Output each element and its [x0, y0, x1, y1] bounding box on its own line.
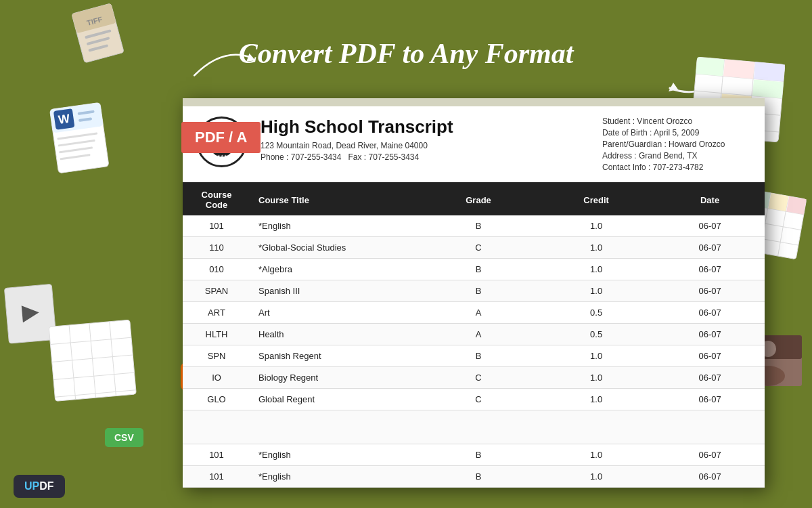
grid-file-bottom-left	[47, 318, 142, 407]
cell-title: *English	[250, 466, 420, 488]
table-spacer-row	[183, 410, 765, 444]
svg-line-43	[52, 355, 133, 362]
cell-code: 101	[183, 215, 250, 237]
table-row: 101 *English B 1.0 06-07	[183, 215, 765, 237]
svg-rect-29	[752, 80, 784, 99]
cell-title: *English	[250, 215, 420, 237]
cell-date: 06-07	[655, 389, 765, 410]
cell-grade: B	[420, 444, 537, 466]
video-file-icon	[3, 282, 62, 348]
svg-rect-41	[49, 320, 136, 401]
cell-title: Biology Regent	[250, 367, 420, 389]
svg-text:W: W	[58, 112, 71, 127]
cell-code: HLTH	[183, 324, 250, 345]
table-row: SPAN Spanish III B 1.0 06-07	[183, 280, 765, 302]
svg-line-42	[50, 337, 131, 344]
svg-rect-12	[77, 110, 94, 115]
cell-grade: C	[420, 237, 537, 259]
doc-phone-fax: Phone : 707-255-3434 Fax : 707-255-3434	[261, 152, 589, 162]
table-row: IO Biology Regent C 1.0 06-07	[183, 367, 765, 389]
svg-marker-40	[22, 304, 40, 322]
cell-grade: B	[420, 280, 537, 302]
cell-code: GLO	[183, 389, 250, 410]
cell-credit: 1.0	[537, 444, 655, 466]
cell-grade: C	[420, 389, 537, 410]
cell-grade: A	[420, 324, 537, 345]
cell-grade: A	[420, 302, 537, 324]
cell-grade: B	[420, 466, 537, 488]
svg-rect-10	[53, 108, 75, 130]
table-row: SPN Spanish Regent B 1.0 06-07	[183, 345, 765, 367]
table-row: 010 *Algebra B 1.0 06-07	[183, 259, 765, 280]
cell-date: 06-07	[655, 444, 765, 466]
cell-code: 101	[183, 466, 250, 488]
cell-date: 06-07	[655, 324, 765, 345]
cell-title: Health	[250, 324, 420, 345]
cell-code: ART	[183, 302, 250, 324]
cell-code: 010	[183, 259, 250, 280]
col-header-code: Course Code	[183, 184, 250, 215]
cell-grade: C	[420, 367, 537, 389]
cell-code: SPAN	[183, 280, 250, 302]
cell-date: 06-07	[655, 215, 765, 237]
svg-rect-3	[72, 3, 116, 34]
col-header-title: Course Title	[250, 184, 420, 215]
cell-credit: 1.0	[537, 389, 655, 410]
cell-date: 06-07	[655, 237, 765, 259]
svg-text:TIFF: TIFF	[86, 15, 104, 27]
svg-line-44	[53, 373, 135, 379]
svg-line-47	[89, 323, 96, 398]
svg-rect-38	[786, 196, 807, 215]
col-header-grade: Grade	[420, 184, 537, 215]
cell-grade: B	[420, 215, 537, 237]
svg-rect-9	[49, 102, 103, 133]
cell-credit: 1.0	[537, 345, 655, 367]
pdf-badge: PDF / A	[181, 122, 261, 153]
doc-student-info: Student : Vincent Orozco Date of Birth :…	[602, 117, 751, 172]
table-header-row: Course Code Course Title Grade Credit Da…	[183, 184, 765, 215]
svg-rect-16	[59, 146, 93, 153]
cell-code: 110	[183, 237, 250, 259]
svg-line-35	[778, 196, 789, 256]
cell-title: *English	[250, 444, 420, 466]
svg-line-45	[55, 390, 136, 397]
table-row: 110 *Global-Social Studies C 1.0 06-07	[183, 237, 765, 259]
svg-marker-1	[669, 83, 678, 91]
svg-rect-8	[49, 102, 108, 173]
svg-rect-39	[4, 284, 56, 343]
document-container: ★ ★ ★ High School Transcript 123 Mountai…	[183, 98, 765, 488]
cell-code: 101	[183, 444, 250, 466]
table-row: GLO Global Regent C 1.0 06-07	[183, 389, 765, 410]
doc-header: ★ ★ ★ High School Transcript 123 Mountai…	[183, 106, 765, 184]
svg-line-20	[694, 91, 782, 98]
cell-date: 06-07	[655, 302, 765, 324]
cell-credit: 1.0	[537, 466, 655, 488]
svg-text:★ ★ ★: ★ ★ ★	[217, 154, 227, 158]
student-contact: Contact Info : 707-273-4782	[602, 163, 751, 172]
cell-code: IO	[183, 367, 250, 389]
svg-line-46	[69, 325, 76, 400]
transcript-table: Course Code Course Title Grade Credit Da…	[183, 184, 765, 488]
table-row: 101 *English B 1.0 06-07	[183, 466, 765, 488]
col-header-date: Date	[655, 184, 765, 215]
col-header-credit: Credit	[537, 184, 655, 215]
student-name: Student : Vincent Orozco	[602, 117, 751, 126]
svg-rect-13	[78, 117, 92, 122]
cell-title: Spanish III	[250, 280, 420, 302]
svg-rect-15	[58, 140, 95, 147]
cell-credit: 0.5	[537, 324, 655, 345]
cell-credit: 1.0	[537, 259, 655, 280]
cell-title: *Algebra	[250, 259, 420, 280]
doc-title-section: High School Transcript 123 Mountain Road…	[261, 117, 589, 172]
cell-title: Spanish Regent	[250, 345, 420, 367]
cell-date: 06-07	[655, 466, 765, 488]
word-file-icon: W	[46, 98, 123, 181]
cell-date: 06-07	[655, 345, 765, 367]
cell-code: SPN	[183, 345, 250, 367]
cell-date: 06-07	[655, 367, 765, 389]
cell-credit: 1.0	[537, 367, 655, 389]
student-guardian: Parent/Guardian : Howard Orozco	[602, 140, 751, 149]
cell-credit: 0.5	[537, 302, 655, 324]
csv-badge: CSV	[105, 428, 143, 447]
cell-credit: 1.0	[537, 280, 655, 302]
